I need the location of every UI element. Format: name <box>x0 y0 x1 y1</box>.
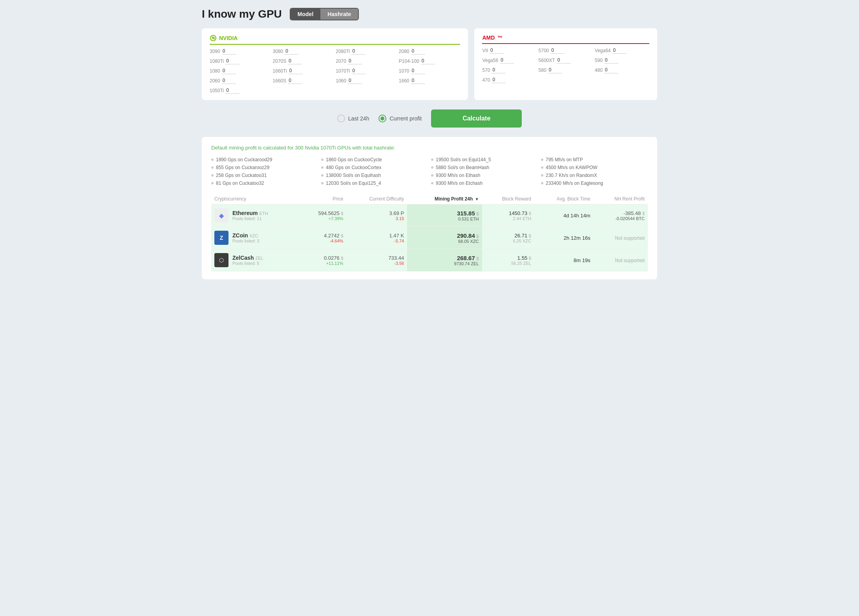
hashrate-dot <box>541 182 543 184</box>
amd-gpu-input[interactable] <box>612 47 627 54</box>
amd-gpu-input[interactable] <box>604 67 618 73</box>
nvidia-gpu-input[interactable] <box>222 77 236 84</box>
amd-gpu-input[interactable] <box>548 67 562 73</box>
table-row: Z ZCoinXZC Pools listed: 3 4.2742 $ -4.6… <box>211 227 648 249</box>
difficulty-value: 733.44 <box>349 255 404 261</box>
nvidia-gpu-item: 1070 <box>399 67 461 74</box>
amd-gpu-input[interactable] <box>500 57 514 64</box>
nvidia-gpu-label: 2070 <box>336 58 346 64</box>
nvidia-gpu-label: 2060 <box>210 78 220 84</box>
price-cell: 4.2742 $ -4.64% <box>300 227 346 249</box>
nvidia-gpu-label: 1070 <box>399 68 409 74</box>
avg-block-time-cell: 2h 12m 16s <box>534 227 594 249</box>
nvidia-gpu-item: P104-100 <box>399 58 461 64</box>
nvidia-icon <box>210 35 217 42</box>
site-title: I know my GPU <box>202 8 282 20</box>
amd-gpu-item: 5600XT <box>539 57 593 64</box>
amd-gpu-label: 5700 <box>539 48 549 53</box>
coin-icon: Z <box>214 231 228 245</box>
nvidia-gpu-input[interactable] <box>285 48 299 55</box>
nvidia-gpu-input[interactable] <box>421 58 435 64</box>
nvidia-gpu-input[interactable] <box>351 67 366 74</box>
calculate-button[interactable]: Calculate <box>431 109 522 128</box>
nvidia-gpu-input[interactable] <box>348 77 362 84</box>
avg-block-time-value: 2h 12m 16s <box>564 235 590 241</box>
th-avg-block-time: Avg. Block Time <box>534 194 594 204</box>
th-cryptocurrency: Cryptocurrency <box>211 194 300 204</box>
nvidia-gpu-item: 1070Ti <box>336 67 397 74</box>
header: I know my GPU Model Hashrate <box>202 8 657 20</box>
nvidia-gpu-input[interactable] <box>288 58 302 64</box>
block-reward-cell: 1450.73 $ 2.44 ETH <box>482 204 534 227</box>
hashrate-dot <box>211 166 214 169</box>
th-nh-profit: NH Rent Profit <box>594 194 648 204</box>
amd-gpu-input[interactable] <box>604 57 618 64</box>
hashrate-dot <box>211 159 214 161</box>
nvidia-gpu-input[interactable] <box>222 67 236 74</box>
hashrate-dot <box>431 182 433 184</box>
nvidia-gpu-item: 2060 <box>210 77 271 84</box>
hashrate-dot <box>541 166 543 169</box>
amd-gpu-input[interactable] <box>557 57 571 64</box>
nvidia-gpu-input[interactable] <box>411 77 425 84</box>
nvidia-gpu-input[interactable] <box>411 67 425 74</box>
model-toggle-btn[interactable]: Model <box>291 9 320 20</box>
nvidia-gpu-label: 1660S <box>273 78 287 84</box>
nvidia-gpu-input[interactable] <box>288 77 302 84</box>
amd-gpu-input[interactable] <box>550 47 565 54</box>
hashrate-text: 9300 Mh/s on Etchash <box>436 180 483 186</box>
amd-gpu-item: Vega56 <box>482 57 537 64</box>
nvidia-gpu-input[interactable] <box>225 58 239 64</box>
amd-gpu-item: 470 <box>482 77 537 83</box>
hashrate-text: 1860 Gps on CuckooCycle <box>326 157 382 162</box>
nvidia-gpu-label: 1060 <box>336 78 346 84</box>
amd-gpu-input[interactable] <box>492 77 506 83</box>
hashrate-item: 855 Gps on Cuckarooz29 <box>211 165 318 170</box>
hashrate-text: 9300 Mh/s on Ethash <box>436 173 480 178</box>
coin-pools: Pools listed: 3 <box>232 239 259 243</box>
amd-label: AMD <box>482 35 495 41</box>
last24h-radio[interactable]: Last 24h <box>337 115 369 122</box>
nvidia-gpu-label: 1080 <box>210 68 220 74</box>
nh-profit-cell: -385.48 $ -0.020544 BTC <box>594 204 648 227</box>
amd-gpu-label: 570 <box>482 67 490 73</box>
coin-name-cell: ⬡ ZelCashZEL Pools listed: 5 <box>211 249 300 272</box>
hashrate-text: 795 Mh/s on MTP <box>546 157 583 162</box>
amd-gpu-item: 580 <box>539 67 593 73</box>
amd-gpu-input[interactable] <box>490 47 504 54</box>
nvidia-gpu-item: 3090 <box>210 48 271 55</box>
nvidia-gpu-input[interactable] <box>289 67 303 74</box>
amd-gpu-input[interactable] <box>492 67 506 73</box>
hashrate-item: 138000 Sol/s on Equihash <box>321 173 428 178</box>
hashrate-dot <box>321 159 323 161</box>
nvidia-gpu-item: 1660S <box>273 77 334 84</box>
nvidia-gpu-item: 1080Ti <box>210 58 271 64</box>
th-mining-profit[interactable]: Mining Profit 24h ▼ <box>407 194 482 204</box>
price-value: 4.2742 $ <box>303 233 343 239</box>
th-difficulty: Current Difficulty <box>346 194 407 204</box>
table-row: ⬡ ZelCashZEL Pools listed: 5 0.0276 $ +1… <box>211 249 648 272</box>
hashrate-dot <box>211 182 214 184</box>
current-profit-radio[interactable]: Current profit <box>378 115 422 122</box>
difficulty-change: -5.74 <box>349 239 404 243</box>
sort-arrow: ▼ <box>475 197 479 201</box>
coin-name: ZelCash <box>232 255 254 261</box>
nvidia-gpu-label: 2070S <box>273 58 287 64</box>
nvidia-gpu-input[interactable] <box>411 48 425 55</box>
hashrate-dot <box>541 174 543 177</box>
nvidia-gpu-input[interactable] <box>351 48 366 55</box>
difficulty-value: 3.69 P <box>349 210 404 216</box>
nvidia-brand-label: NVIDIA <box>210 35 460 45</box>
coin-name: Ethereum <box>232 210 258 216</box>
nvidia-gpu-input[interactable] <box>348 58 362 64</box>
hashrate-text: 5880 Sol/s on BeamHash <box>436 165 489 170</box>
block-reward-sub: 6.25 XZC <box>485 239 531 243</box>
hashrate-toggle-btn[interactable]: Hashrate <box>320 9 358 20</box>
block-reward-cell: 26.71 $ 6.25 XZC <box>482 227 534 249</box>
nvidia-gpu-item: 1080 <box>210 67 271 74</box>
nvidia-gpu-input[interactable] <box>222 48 236 55</box>
amd-gpu-item: 590 <box>595 57 649 64</box>
nvidia-gpu-input[interactable] <box>225 87 239 94</box>
default-info-text: Default mining profit is calculated for … <box>211 145 648 151</box>
nvidia-gpu-item: 2070 <box>336 58 397 64</box>
